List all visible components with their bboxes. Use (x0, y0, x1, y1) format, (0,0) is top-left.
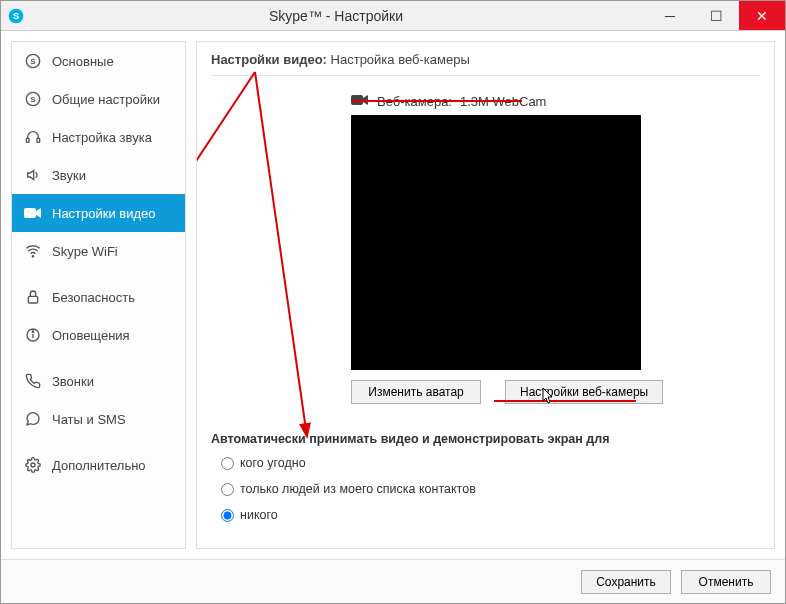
sidebar-item-5[interactable]: Skype WiFi (12, 232, 185, 270)
svg-text:S: S (31, 95, 36, 104)
radio-contacts[interactable]: только людей из моего списка контактов (221, 482, 760, 496)
radio-label: только людей из моего списка контактов (240, 482, 476, 496)
sidebar-item-2[interactable]: Настройка звука (12, 118, 185, 156)
change-avatar-button[interactable]: Изменить аватар (351, 380, 481, 404)
sidebar-item-label: Дополнительно (52, 458, 146, 473)
wifi-icon (24, 242, 42, 260)
main-header-bold: Настройки видео: (211, 52, 327, 67)
main-header: Настройки видео: Настройка веб-камеры (211, 48, 760, 76)
sidebar-item-label: Skype WiFi (52, 244, 118, 259)
minimize-button[interactable]: ─ (647, 1, 693, 30)
lock-icon (24, 288, 42, 306)
sidebar-item-7[interactable]: Оповещения (12, 316, 185, 354)
app-icon: S (7, 7, 25, 25)
sidebar-item-label: Чаты и SMS (52, 412, 126, 427)
gear-icon (24, 456, 42, 474)
radio-input-nobody[interactable] (221, 509, 234, 522)
skype-icon: S (24, 52, 42, 70)
webcam-preview (351, 115, 641, 370)
sidebar-item-label: Безопасность (52, 290, 135, 305)
speaker-icon (24, 166, 42, 184)
svg-rect-7 (37, 138, 40, 142)
main-header-rest: Настройка веб-камеры (331, 52, 470, 67)
save-button[interactable]: Сохранить (581, 570, 671, 594)
sidebar-item-label: Настройка звука (52, 130, 152, 145)
svg-rect-10 (28, 296, 37, 303)
settings-sidebar: SОсновныеSОбщие настройкиНастройка звука… (11, 41, 186, 549)
sidebar-item-label: Настройки видео (52, 206, 156, 221)
sidebar-item-10[interactable]: Дополнительно (12, 446, 185, 484)
radio-label: кого угодно (240, 456, 306, 470)
window-title: Skype™ - Настройки (25, 8, 647, 24)
annotation-underline (352, 100, 522, 102)
sidebar-item-6[interactable]: Безопасность (12, 278, 185, 316)
main-panel: Настройки видео: Настройка веб-камеры Ве… (196, 41, 775, 549)
camera-icon (24, 204, 42, 222)
svg-point-9 (32, 256, 33, 257)
close-button[interactable]: ✕ (739, 1, 785, 30)
sidebar-item-label: Звонки (52, 374, 94, 389)
svg-point-13 (32, 331, 33, 332)
radio-input-contacts[interactable] (221, 483, 234, 496)
sidebar-item-label: Звуки (52, 168, 86, 183)
sidebar-item-label: Оповещения (52, 328, 130, 343)
dialog-footer: Сохранить Отменить (1, 559, 785, 603)
svg-line-17 (255, 72, 307, 437)
mouse-cursor-icon (542, 387, 556, 405)
sidebar-item-9[interactable]: Чаты и SMS (12, 400, 185, 438)
cancel-button[interactable]: Отменить (681, 570, 771, 594)
titlebar: S Skype™ - Настройки ─ ☐ ✕ (1, 1, 785, 31)
radio-input-anyone[interactable] (221, 457, 234, 470)
sidebar-item-0[interactable]: SОсновные (12, 42, 185, 80)
sidebar-item-4[interactable]: Настройки видео (12, 194, 185, 232)
sidebar-item-8[interactable]: Звонки (12, 362, 185, 400)
sidebar-item-3[interactable]: Звуки (12, 156, 185, 194)
svg-point-14 (31, 463, 35, 467)
sidebar-item-1[interactable]: SОбщие настройки (12, 80, 185, 118)
radio-anyone[interactable]: кого угодно (221, 456, 760, 470)
chat-icon (24, 410, 42, 428)
auto-accept-radio-group: кого угоднотолько людей из моего списка … (221, 456, 760, 522)
headset-icon (24, 128, 42, 146)
svg-rect-8 (24, 208, 36, 218)
svg-line-16 (197, 72, 255, 202)
radio-nobody[interactable]: никого (221, 508, 760, 522)
sidebar-item-label: Общие настройки (52, 92, 160, 107)
skype-icon: S (24, 90, 42, 108)
info-icon (24, 326, 42, 344)
sidebar-item-label: Основные (52, 54, 114, 69)
auto-accept-label: Автоматически принимать видео и демонстр… (211, 432, 760, 446)
maximize-button[interactable]: ☐ (693, 1, 739, 30)
svg-rect-6 (26, 138, 29, 142)
svg-text:S: S (31, 57, 36, 66)
phone-icon (24, 372, 42, 390)
svg-text:S: S (13, 11, 19, 21)
radio-label: никого (240, 508, 278, 522)
annotation-underline (494, 400, 636, 402)
